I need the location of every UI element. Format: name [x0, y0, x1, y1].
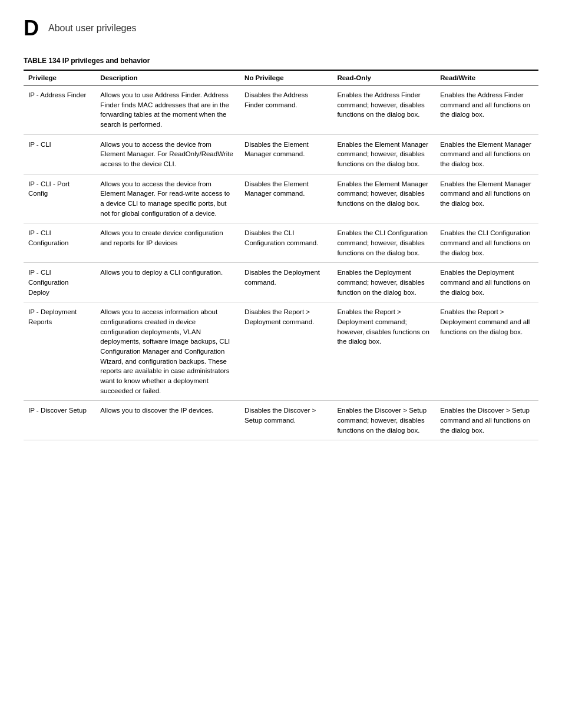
cell-read_write-2: Enables the Element Manager command and …: [435, 174, 538, 223]
table-row: IP - CLIAllows you to access the device …: [24, 134, 538, 174]
cell-read_write-1: Enables the Element Manager command and …: [435, 134, 538, 174]
cell-read_only-5: Enables the Report > Deployment command;…: [332, 302, 435, 401]
table-row: IP - CLI ConfigurationAllows you to crea…: [24, 223, 538, 263]
table-row: IP - Discover SetupAllows you to discove…: [24, 401, 538, 440]
col-header-readwrite: Read/Write: [435, 70, 538, 85]
cell-privilege-0: IP - Address Finder: [24, 85, 95, 135]
cell-description-5: Allows you to access information about c…: [95, 302, 240, 401]
cell-no_privilege-0: Disables the Address Finder command.: [240, 85, 332, 135]
cell-read_write-3: Enables the CLI Configuration command an…: [435, 223, 538, 263]
cell-privilege-1: IP - CLI: [24, 134, 95, 174]
cell-no_privilege-3: Disables the CLI Configuration command.: [240, 223, 332, 263]
chapter-title: About user privileges: [48, 23, 136, 34]
table-row: IP - CLI Configuration DeployAllows you …: [24, 263, 538, 302]
cell-description-2: Allows you to access the device from Ele…: [95, 174, 240, 223]
cell-description-0: Allows you to use Address Finder. Addres…: [95, 85, 240, 135]
col-header-description: Description: [95, 70, 240, 85]
cell-description-3: Allows you to create device configuratio…: [95, 223, 240, 263]
cell-description-4: Allows you to deploy a CLI configuration…: [95, 263, 240, 302]
cell-description-6: Allows you to discover the IP devices.: [95, 401, 240, 440]
table-header-row: Privilege Description No Privilege Read-…: [24, 70, 538, 85]
cell-read_only-3: Enables the CLI Configuration command; h…: [332, 223, 435, 263]
table-row: IP - Address FinderAllows you to use Add…: [24, 85, 538, 135]
col-header-readonly: Read-Only: [332, 70, 435, 85]
cell-read_write-4: Enables the Deployment command and all f…: [435, 263, 538, 302]
cell-privilege-6: IP - Discover Setup: [24, 401, 95, 440]
cell-read_write-5: Enables the Report > Deployment command …: [435, 302, 538, 401]
cell-no_privilege-5: Disables the Report > Deployment command…: [240, 302, 332, 401]
table-caption: TABLE 134 IP privileges and behavior: [24, 57, 538, 65]
col-header-noprivilege: No Privilege: [240, 70, 332, 85]
col-header-privilege: Privilege: [24, 70, 95, 85]
cell-description-1: Allows you to access the device from Ele…: [95, 134, 240, 174]
cell-no_privilege-6: Disables the Discover > Setup command.: [240, 401, 332, 440]
cell-read_only-4: Enables the Deployment command; however,…: [332, 263, 435, 302]
cell-privilege-5: IP - Deployment Reports: [24, 302, 95, 401]
table-row: IP - Deployment ReportsAllows you to acc…: [24, 302, 538, 401]
cell-no_privilege-2: Disables the Element Manager command.: [240, 174, 332, 223]
cell-read_only-1: Enables the Element Manager command; how…: [332, 134, 435, 174]
cell-read_write-0: Enables the Address Finder command and a…: [435, 85, 538, 135]
cell-no_privilege-4: Disables the Deployment command.: [240, 263, 332, 302]
cell-privilege-3: IP - CLI Configuration: [24, 223, 95, 263]
cell-read_write-6: Enables the Discover > Setup command and…: [435, 401, 538, 440]
cell-read_only-2: Enables the Element Manager command; how…: [332, 174, 435, 223]
page-header: D About user privileges: [24, 18, 538, 39]
privileges-table: Privilege Description No Privilege Read-…: [24, 70, 538, 440]
chapter-letter: D: [24, 18, 39, 39]
cell-privilege-4: IP - CLI Configuration Deploy: [24, 263, 95, 302]
cell-read_only-0: Enables the Address Finder command; howe…: [332, 85, 435, 135]
cell-read_only-6: Enables the Discover > Setup command; ho…: [332, 401, 435, 440]
cell-no_privilege-1: Disables the Element Manager command.: [240, 134, 332, 174]
table-row: IP - CLI - Port ConfigAllows you to acce…: [24, 174, 538, 223]
cell-privilege-2: IP - CLI - Port Config: [24, 174, 95, 223]
